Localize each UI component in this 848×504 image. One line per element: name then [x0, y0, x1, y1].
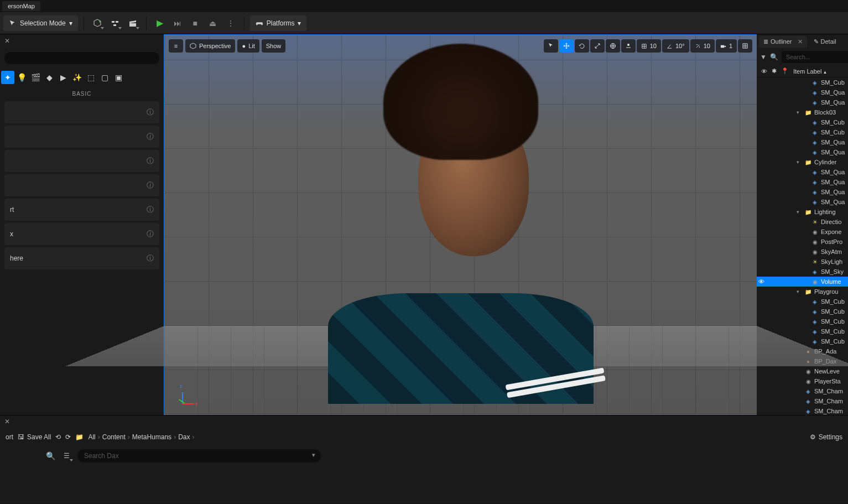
actor-item[interactable]: ⓘ — [4, 101, 159, 123]
save-all-button[interactable]: 🖫 Save All — [18, 433, 51, 441]
expand-arrow[interactable]: ▾ — [797, 209, 802, 215]
tree-row[interactable]: 👁▾📁Block03 — [757, 107, 848, 117]
tree-row[interactable]: 👁●BP_Ada — [757, 346, 848, 356]
scale-tool[interactable] — [590, 39, 605, 53]
angle-snap-value[interactable]: 10° — [662, 39, 689, 53]
tree-row[interactable]: 👁◈SM_Qua — [757, 147, 848, 157]
tree-row[interactable]: 👁☀Directio — [757, 217, 848, 227]
breadcrumb-item[interactable]: MetaHumans — [132, 433, 171, 441]
breadcrumb-item[interactable]: Dax — [178, 433, 190, 441]
folder-button[interactable]: 📁 — [75, 433, 84, 441]
actor-item[interactable]: ⓘ — [4, 126, 159, 148]
tree-row[interactable]: 👁◉SkyAtm — [757, 247, 848, 257]
actor-item[interactable]: xⓘ — [4, 223, 159, 245]
history-back-button[interactable]: ⟲ — [55, 433, 61, 441]
category-fx[interactable]: ✨ — [70, 71, 84, 84]
actor-item[interactable]: ⓘ — [4, 150, 159, 172]
outliner-tab[interactable]: ≣ Outliner ✕ — [759, 36, 807, 48]
scale-snap-value[interactable]: 10 — [690, 39, 715, 53]
platforms-dropdown[interactable]: Platforms ▾ — [250, 15, 307, 31]
panel-tab[interactable]: ✕ — [0, 34, 164, 48]
tree-row[interactable]: 👁◉Volume — [757, 277, 848, 287]
tree-row[interactable]: 👁◈SM_Cham — [757, 396, 848, 406]
tree-row[interactable]: 👁◈SM_Cub — [757, 117, 848, 127]
filter-button[interactable]: ☰ — [60, 449, 73, 463]
breadcrumb-item[interactable]: Content — [102, 433, 126, 441]
breadcrumb-item[interactable]: All — [88, 433, 95, 441]
category-cinematic[interactable]: 🎬 — [29, 71, 42, 84]
import-button[interactable]: ort — [6, 433, 13, 441]
category-volumes[interactable]: ▢ — [98, 71, 111, 84]
tree-row[interactable]: 👁◈SM_Qua — [757, 97, 848, 107]
tree-row[interactable]: 👁◈SM_Cub — [757, 306, 848, 316]
actor-item[interactable]: rtⓘ — [4, 199, 159, 221]
close-icon[interactable]: ✕ — [798, 38, 803, 45]
close-icon[interactable]: ✕ — [4, 418, 10, 425]
stop-button[interactable]: ■ — [188, 15, 203, 31]
tree-row[interactable]: 👁▾📁Cylinder — [757, 157, 848, 167]
tree-row[interactable]: 👁◈SM_Cub — [757, 127, 848, 137]
blueprint-button[interactable] — [107, 15, 123, 31]
tree-row[interactable]: 👁◈SM_Cham — [757, 386, 848, 396]
close-icon[interactable]: ✕ — [4, 37, 10, 45]
translate-tool[interactable] — [559, 39, 574, 53]
tree-row[interactable]: 👁◈SM_Cham — [757, 406, 848, 415]
help-icon[interactable]: ⓘ — [147, 205, 154, 215]
add-content-button[interactable] — [90, 15, 105, 31]
tree-row[interactable]: 👁▾📁Lighting — [757, 207, 848, 217]
help-icon[interactable]: ⓘ — [147, 156, 154, 166]
help-icon[interactable]: ⓘ — [147, 180, 154, 190]
category-media[interactable]: ▶ — [56, 71, 70, 84]
category-basic[interactable]: ✦ — [1, 71, 14, 84]
tree-row[interactable]: 👁◈SM_Qua — [757, 197, 848, 207]
tree-row[interactable]: 👁◉Expone — [757, 227, 848, 237]
viewport[interactable]: x z ≡ Perspective ● Lit Show — [164, 34, 757, 415]
camera-speed[interactable]: 1 — [716, 39, 737, 53]
tree-row[interactable]: 👁◈SM_Cub — [757, 326, 848, 336]
content-search-input[interactable] — [77, 449, 321, 463]
eye-icon[interactable]: 👁 — [761, 68, 767, 75]
pin-icon[interactable]: 📍 — [781, 67, 789, 75]
tree-row[interactable]: 👁◈SM_Qua — [757, 137, 848, 147]
outliner-search-input[interactable] — [782, 51, 848, 63]
category-lights[interactable]: 💡 — [15, 71, 28, 84]
tree-row[interactable]: 👁◈SM_Cub — [757, 297, 848, 306]
settings-button[interactable]: ⚙ Settings — [810, 433, 842, 441]
tree-row[interactable]: 👁◉PlayerSta — [757, 376, 848, 386]
expand-arrow[interactable]: ▾ — [797, 289, 802, 294]
actor-item[interactable]: hereⓘ — [4, 247, 159, 269]
cinematics-button[interactable] — [125, 15, 141, 31]
viewport-menu-button[interactable]: ≡ — [169, 39, 183, 53]
actor-item[interactable]: ⓘ — [4, 174, 159, 196]
viewport-layout-button[interactable] — [738, 39, 752, 53]
world-local-toggle[interactable] — [606, 39, 620, 53]
tree-row[interactable]: 👁◈SM_Sky — [757, 267, 848, 277]
play-options-button[interactable]: ⋮ — [223, 15, 238, 31]
viewport-lit-button[interactable]: ● Lit — [237, 39, 259, 53]
expand-arrow[interactable]: ▾ — [797, 110, 802, 115]
cb-tab-row[interactable]: ✕ — [0, 415, 848, 428]
help-icon[interactable]: ⓘ — [147, 132, 154, 142]
tree-row[interactable]: 👁◈SM_Qua — [757, 187, 848, 197]
column-label[interactable]: Item Label — [793, 68, 827, 75]
place-actors-search[interactable] — [4, 52, 159, 64]
filter-icon[interactable]: ▼ — [760, 53, 767, 61]
step-button[interactable]: ⏭ — [170, 15, 185, 31]
tree-row[interactable]: 👁◉PostPro — [757, 237, 848, 247]
rotate-tool[interactable] — [575, 39, 589, 53]
details-tab[interactable]: ✎ Detail — [809, 36, 841, 48]
outliner-header[interactable]: 👁 ✱ 📍 Item Label — [757, 65, 848, 77]
help-icon[interactable]: ⓘ — [147, 253, 154, 263]
selection-mode-dropdown[interactable]: Selection Mode ▾ — [3, 15, 78, 31]
surface-snap-toggle[interactable] — [621, 39, 636, 53]
tree-row[interactable]: 👁◈SM_Cub — [757, 336, 848, 346]
visibility-icon[interactable]: 👁 — [757, 278, 766, 285]
tree-row[interactable]: 👁●BP_Dax — [757, 356, 848, 366]
help-icon[interactable]: ⓘ — [147, 229, 154, 239]
eject-button[interactable]: ⏏ — [205, 15, 221, 31]
tree-row[interactable]: 👁◈SM_Qua — [757, 167, 848, 177]
tree-row[interactable]: 👁◈SM_Qua — [757, 177, 848, 187]
viewport-perspective-button[interactable]: Perspective — [185, 39, 235, 53]
outliner-tree[interactable]: 👁◈SM_Cub👁◈SM_Qua👁◈SM_Qua👁▾📁Block03👁◈SM_C… — [757, 77, 848, 415]
search-toggle-icon[interactable]: 🔍 — [6, 451, 55, 460]
